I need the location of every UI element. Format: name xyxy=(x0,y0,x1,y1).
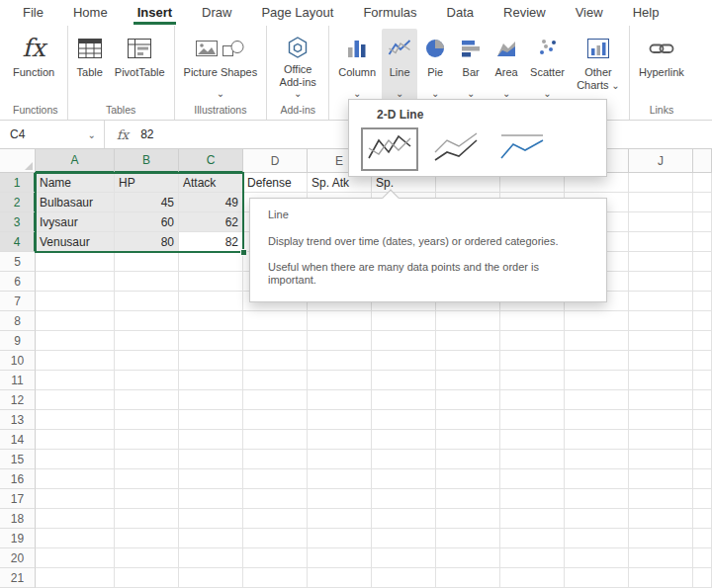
cell-J18[interactable] xyxy=(629,509,693,529)
cell-H8[interactable] xyxy=(500,311,565,331)
cell-C11[interactable] xyxy=(179,371,243,390)
column-header-d[interactable]: D xyxy=(243,149,308,173)
cell-A20[interactable] xyxy=(36,548,115,568)
cell-E21[interactable] xyxy=(308,568,372,588)
cell-G10[interactable] xyxy=(436,351,500,371)
cell-I18[interactable] xyxy=(565,509,629,529)
function-button[interactable]: fxFunction xyxy=(7,29,60,102)
cell-I21[interactable] xyxy=(565,568,629,588)
row-header-9[interactable]: 9 xyxy=(0,331,36,351)
cell-A19[interactable] xyxy=(36,529,115,548)
column-chart-button[interactable]: Column⌄ xyxy=(332,29,382,102)
cell-B16[interactable] xyxy=(115,469,179,489)
other-charts-button[interactable]: Other Charts ⌄ xyxy=(571,29,626,102)
cell-J5[interactable] xyxy=(629,252,693,272)
cell-D11[interactable] xyxy=(243,371,308,390)
cell-C14[interactable] xyxy=(179,430,243,450)
cell-G18[interactable] xyxy=(436,509,500,529)
bar-chart-button[interactable]: Bar⌄ xyxy=(453,29,489,102)
row-header-10[interactable]: 10 xyxy=(0,351,36,371)
cell-G19[interactable] xyxy=(436,529,500,548)
cell-A1[interactable]: Name xyxy=(36,173,115,193)
cell-J12[interactable] xyxy=(629,390,693,410)
row-header-21[interactable]: 21 xyxy=(0,568,36,588)
cell-H9[interactable] xyxy=(500,331,565,351)
cell-I17[interactable] xyxy=(565,489,629,509)
cell-D12[interactable] xyxy=(243,390,308,410)
cell-B11[interactable] xyxy=(115,371,179,390)
cell-B5[interactable] xyxy=(115,252,179,272)
cell-I15[interactable] xyxy=(565,450,629,469)
cell-I19[interactable] xyxy=(565,529,629,548)
cell-C9[interactable] xyxy=(179,331,243,351)
cell-E9[interactable] xyxy=(308,331,372,351)
row-header-7[interactable]: 7 xyxy=(0,292,36,311)
cell-G17[interactable] xyxy=(436,489,500,509)
office-add-ins-button[interactable]: Office Add-ins⌄ xyxy=(270,29,325,102)
cell-J16[interactable] xyxy=(629,469,693,489)
cell-A9[interactable] xyxy=(36,331,115,351)
cell-F12[interactable] xyxy=(372,390,436,410)
ribbon-tab-insert[interactable]: Insert xyxy=(123,0,187,26)
cell-G20[interactable] xyxy=(436,548,500,568)
cell-E12[interactable] xyxy=(308,390,372,410)
row-header-6[interactable]: 6 xyxy=(0,272,36,292)
cell-J14[interactable] xyxy=(629,430,693,450)
row-header-8[interactable]: 8 xyxy=(0,311,36,331)
cell-D16[interactable] xyxy=(243,469,308,489)
column-header-b[interactable]: B xyxy=(115,149,179,173)
cell-E20[interactable] xyxy=(308,548,372,568)
cell-H11[interactable] xyxy=(500,371,565,390)
cell-F10[interactable] xyxy=(372,351,436,371)
cell-F19[interactable] xyxy=(372,529,436,548)
cell-C18[interactable] xyxy=(179,509,243,529)
cell-C4[interactable]: 82 xyxy=(179,232,243,252)
cell-D13[interactable] xyxy=(243,410,308,430)
cell-B20[interactable] xyxy=(115,548,179,568)
cell-J7[interactable] xyxy=(629,292,693,311)
cell-F15[interactable] xyxy=(372,450,436,469)
line-chart-button[interactable]: Line⌄ xyxy=(382,29,417,102)
cell-E8[interactable] xyxy=(308,311,372,331)
cell-F16[interactable] xyxy=(372,469,436,489)
row-header-17[interactable]: 17 xyxy=(0,489,36,509)
cell-F9[interactable] xyxy=(372,331,436,351)
chart-type-option-stacked-line[interactable] xyxy=(427,127,485,171)
row-header-2[interactable]: 2 xyxy=(0,193,36,212)
cell-A14[interactable] xyxy=(36,430,115,450)
fill-handle[interactable] xyxy=(240,249,247,256)
cell-B13[interactable] xyxy=(115,410,179,430)
cell-D19[interactable] xyxy=(243,529,308,548)
cell-C6[interactable] xyxy=(179,272,243,292)
cell-I20[interactable] xyxy=(565,548,629,568)
cell-B21[interactable] xyxy=(115,568,179,588)
cell-E13[interactable] xyxy=(308,410,372,430)
area-chart-button[interactable]: Area⌄ xyxy=(489,29,524,102)
select-all-corner[interactable] xyxy=(0,149,36,173)
cell-B4[interactable]: 80 xyxy=(115,232,179,252)
row-header-11[interactable]: 11 xyxy=(0,371,36,390)
cell-B3[interactable]: 60 xyxy=(115,212,179,232)
cell-A13[interactable] xyxy=(36,410,115,430)
cell-G9[interactable] xyxy=(436,331,500,351)
cell-F8[interactable] xyxy=(372,311,436,331)
cell-G8[interactable] xyxy=(436,311,500,331)
pie-chart-button[interactable]: Pie⌄ xyxy=(417,29,453,102)
cell-H10[interactable] xyxy=(500,351,565,371)
cell-D14[interactable] xyxy=(243,430,308,450)
cell-D15[interactable] xyxy=(243,450,308,469)
cell-J8[interactable] xyxy=(629,311,693,331)
cell-B7[interactable] xyxy=(115,292,179,311)
row-header-20[interactable]: 20 xyxy=(0,548,36,568)
column-header-j[interactable]: J xyxy=(629,149,693,173)
cell-C16[interactable] xyxy=(179,469,243,489)
row-header-19[interactable]: 19 xyxy=(0,529,36,548)
cell-B12[interactable] xyxy=(115,390,179,410)
cell-C7[interactable] xyxy=(179,292,243,311)
cell-C13[interactable] xyxy=(179,410,243,430)
cell-I10[interactable] xyxy=(565,351,629,371)
cell-J1[interactable] xyxy=(629,173,693,193)
cell-A3[interactable]: Ivysaur xyxy=(36,212,115,232)
cell-E11[interactable] xyxy=(308,371,372,390)
cell-F18[interactable] xyxy=(372,509,436,529)
